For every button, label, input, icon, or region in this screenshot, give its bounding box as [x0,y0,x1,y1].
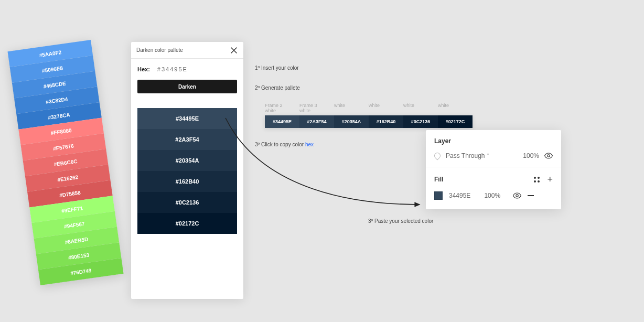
frames-header: Frame 2whiteFrame 3whitewhitewhitewhitew… [265,103,473,113]
shade-swatch[interactable]: #162B40 [137,171,237,192]
step-2-label: 2º Generate pallete [255,85,300,91]
frames-row: #34495E#2A3F54#20354A#162B40#0C2136#0217… [265,115,473,128]
frame-header-col: white [334,103,369,113]
fill-section-title: Fill [434,176,443,183]
step-3-label: 3º Click to copy color hex [255,142,314,147]
step-1-label: 1º Insert your color [255,65,299,71]
step-4-label: 3º Paste your selected color [368,218,433,224]
frame-header-col: white [403,103,438,113]
frame-swatch[interactable]: #20354A [334,115,369,128]
figma-properties-panel: Layer Pass Through ˅ 100% Fill + 34495E [426,130,561,209]
shade-swatch[interactable]: #20354A [137,150,237,171]
chevron-down-icon: ˅ [487,153,489,159]
layer-section-title: Layer [434,137,553,145]
close-icon[interactable] [230,46,238,55]
eye-icon[interactable] [544,153,553,159]
shade-swatch[interactable]: #34495E [137,108,237,129]
fill-opacity-input[interactable]: 100% [484,192,500,199]
blend-mode-icon[interactable] [433,152,442,160]
eye-icon[interactable] [513,192,521,199]
frame-header-col: Frame 2white [265,103,299,113]
stacked-palette: #5AA0F2#5096E8#468CDE#3C82D4#3278CA#FF80… [7,40,123,285]
layer-section: Layer Pass Through ˅ 100% [426,130,561,167]
frame-swatch[interactable]: #0C2136 [403,115,438,128]
remove-fill-icon[interactable] [528,195,534,196]
frame-header-col: white [438,103,473,113]
shade-list: #34495E#2A3F54#20354A#162B40#0C2136#0217… [137,108,237,234]
hex-label: Hex: [137,66,150,72]
plugin-header: Darken color pallete [131,42,243,59]
frame-swatch[interactable]: #02172C [438,115,473,128]
fill-hex-input[interactable]: 34495E [449,192,470,199]
hex-input[interactable]: #34495E [157,66,188,72]
darken-plugin-panel: Darken color pallete Hex: #34495E Darken… [131,42,243,299]
blend-mode-value: Pass Through [446,152,485,159]
add-fill-icon[interactable]: + [547,175,553,184]
blend-mode-dropdown[interactable]: Pass Through ˅ [446,152,489,159]
svg-point-1 [516,195,518,197]
frame-swatch[interactable]: #34495E [265,115,299,128]
shade-swatch[interactable]: #02172C [137,213,237,234]
fill-swatch[interactable] [434,191,443,200]
frame-header-col: Frame 3white [299,103,334,113]
fill-section: Fill + 34495E 100% [426,167,561,209]
svg-point-0 [548,155,550,157]
frame-swatch[interactable]: #162B40 [369,115,403,128]
shade-swatch[interactable]: #0C2136 [137,192,237,213]
darken-button[interactable]: Darken [137,80,237,93]
shade-swatch[interactable]: #2A3F54 [137,129,237,150]
step-3-prefix: 3º Click to copy color [255,142,305,147]
frame-swatch[interactable]: #2A3F54 [299,115,334,128]
frame-header-col: white [369,103,403,113]
plugin-title: Darken color pallete [136,47,183,53]
step-3-hex-link[interactable]: hex [305,142,314,147]
layer-opacity-input[interactable]: 100% [523,152,539,159]
style-grid-icon[interactable] [534,177,540,183]
hex-input-row: Hex: #34495E [131,59,243,78]
